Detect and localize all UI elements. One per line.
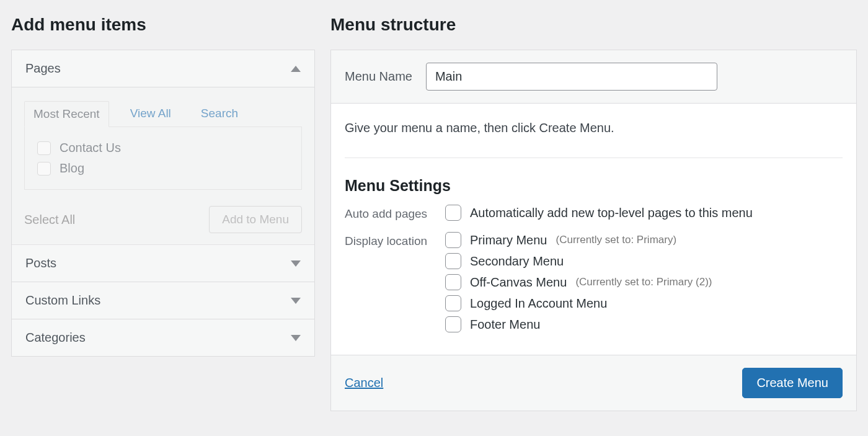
checkbox-contact-us[interactable] bbox=[37, 141, 51, 155]
checkbox-auto-add-pages[interactable] bbox=[445, 205, 461, 221]
display-location-label: Display location bbox=[345, 232, 445, 248]
primary-menu-label: Primary Menu bbox=[470, 233, 547, 247]
auto-add-pages-text: Automatically add new top-level pages to… bbox=[470, 206, 753, 220]
accordion-categories-title: Categories bbox=[25, 331, 86, 345]
create-menu-button[interactable]: Create Menu bbox=[742, 368, 843, 398]
checkbox-loggedin-menu[interactable] bbox=[445, 295, 461, 311]
tab-most-recent[interactable]: Most Recent bbox=[24, 101, 109, 127]
tab-view-all[interactable]: View All bbox=[122, 101, 180, 127]
menu-structure-panel: Menu Name Give your menu a name, then cl… bbox=[330, 50, 857, 411]
caret-down-icon bbox=[291, 298, 301, 304]
caret-down-icon bbox=[291, 260, 301, 267]
menu-settings-heading: Menu Settings bbox=[345, 177, 843, 195]
select-all-link[interactable]: Select All bbox=[24, 213, 75, 227]
checkbox-primary-menu[interactable] bbox=[445, 232, 461, 248]
accordion-pages-title: Pages bbox=[25, 61, 61, 76]
caret-down-icon bbox=[291, 335, 301, 341]
accordion-posts-header[interactable]: Posts bbox=[12, 245, 314, 282]
checkbox-offcanvas-menu[interactable] bbox=[445, 274, 461, 290]
offcanvas-menu-note: (Currently set to: Primary (2)) bbox=[575, 276, 712, 288]
accordion-custom-links-header[interactable]: Custom Links bbox=[12, 282, 314, 319]
add-menu-items-heading: Add menu items bbox=[11, 15, 315, 35]
item-label: Blog bbox=[60, 161, 84, 176]
offcanvas-menu-label: Off-Canvas Menu bbox=[470, 275, 567, 290]
list-item: Contact Us bbox=[37, 141, 289, 155]
accordion-posts-title: Posts bbox=[25, 256, 56, 270]
accordion-pages-header[interactable]: Pages bbox=[12, 50, 314, 87]
add-to-menu-button[interactable]: Add to Menu bbox=[209, 206, 302, 233]
accordion-custom-links-title: Custom Links bbox=[25, 293, 100, 308]
tab-search[interactable]: Search bbox=[192, 101, 247, 127]
divider bbox=[345, 158, 843, 158]
menu-items-accordion: Pages Most Recent View All Search Contac… bbox=[11, 50, 315, 357]
menu-name-input[interactable] bbox=[426, 63, 717, 91]
pages-item-list: Contact Us Blog bbox=[24, 127, 302, 190]
footer-menu-label: Footer Menu bbox=[470, 318, 540, 332]
secondary-menu-label: Secondary Menu bbox=[470, 254, 564, 269]
accordion-categories-header[interactable]: Categories bbox=[12, 319, 314, 356]
caret-up-icon bbox=[291, 66, 301, 72]
checkbox-secondary-menu[interactable] bbox=[445, 253, 461, 269]
menu-instructions: Give your menu a name, then click Create… bbox=[345, 121, 843, 135]
menu-name-label: Menu Name bbox=[345, 69, 412, 84]
auto-add-pages-label: Auto add pages bbox=[345, 205, 445, 221]
checkbox-blog[interactable] bbox=[37, 162, 51, 176]
pages-tabs: Most Recent View All Search bbox=[24, 101, 302, 127]
checkbox-footer-menu[interactable] bbox=[445, 316, 461, 332]
accordion-pages-body: Most Recent View All Search Contact Us B… bbox=[12, 87, 314, 245]
cancel-link[interactable]: Cancel bbox=[345, 376, 383, 390]
list-item: Blog bbox=[37, 161, 289, 176]
primary-menu-note: (Currently set to: Primary) bbox=[556, 234, 676, 246]
loggedin-menu-label: Logged In Account Menu bbox=[470, 296, 607, 311]
item-label: Contact Us bbox=[60, 141, 121, 155]
menu-structure-heading: Menu structure bbox=[330, 15, 857, 35]
